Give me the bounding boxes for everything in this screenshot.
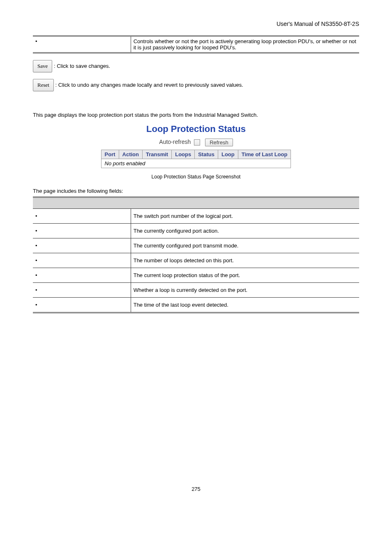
top-description: Controls whether or not the port is acti… — [131, 36, 359, 53]
bullet-icon: • — [35, 243, 41, 249]
table-row: • The number of loops detected on this p… — [33, 253, 359, 268]
auto-refresh-checkbox[interactable] — [194, 139, 200, 146]
field-desc: The time of the last loop event detected… — [131, 298, 359, 313]
bullet-icon: • — [35, 272, 41, 278]
field-desc: Whether a loop is currently detected on … — [131, 283, 359, 298]
col-port: Port — [101, 150, 119, 159]
refresh-button[interactable]: Refresh — [205, 139, 233, 146]
bullet-icon: • — [35, 213, 41, 219]
screenshot-caption: Loop Protection Status Page Screenshot — [33, 174, 359, 180]
auto-refresh-label: Auto-refresh — [159, 139, 191, 145]
reset-button[interactable]: Reset — [33, 79, 54, 91]
page-header: User's Manual of NS3550-8T-2S — [33, 21, 359, 27]
table-row: • The currently configured port action. — [33, 224, 359, 238]
field-desc: The currently configured port action. — [131, 224, 359, 238]
top-description-table: • Controls whether or not the port is ac… — [33, 35, 359, 53]
bullet-icon: • — [35, 38, 41, 44]
bullet-icon: • — [35, 287, 41, 293]
fields-table: • The switch port number of the logical … — [33, 197, 359, 313]
bullet-icon: • — [35, 302, 41, 308]
table-row: • The switch port number of the logical … — [33, 209, 359, 224]
col-status: Status — [195, 150, 218, 159]
table-row: • The currently configured port transmit… — [33, 238, 359, 253]
field-desc: The currently configured port transmit m… — [131, 238, 359, 253]
table-row: • The time of the last loop event detect… — [33, 298, 359, 313]
field-desc: The switch port number of the logical po… — [131, 209, 359, 224]
no-ports-row: No ports enabled — [101, 159, 291, 168]
bullet-icon: • — [35, 228, 41, 234]
screenshot-title: Loop Protection Status — [33, 124, 359, 134]
field-desc: The current loop protection status of th… — [131, 268, 359, 283]
page-number: 275 — [33, 486, 359, 492]
field-desc: The number of loops detected on this por… — [131, 253, 359, 268]
col-loops: Loops — [172, 150, 195, 159]
save-button[interactable]: Save — [33, 60, 52, 72]
save-description: : Click to save changes. — [54, 63, 110, 69]
col-loop: Loop — [218, 150, 238, 159]
table-row: • Whether a loop is currently detected o… — [33, 283, 359, 298]
intro-text: This page displays the loop protection p… — [33, 112, 359, 118]
bullet-icon: • — [35, 257, 41, 264]
col-action: Action — [119, 150, 142, 159]
fields-intro: The page includes the following fields: — [33, 188, 359, 194]
col-time: Time of Last Loop — [238, 150, 291, 159]
col-transmit: Transmit — [143, 150, 172, 159]
status-table: Port Action Transmit Loops Status Loop T… — [101, 150, 291, 168]
table-row: • The current loop protection status of … — [33, 268, 359, 283]
reset-description: : Click to undo any changes made locally… — [55, 82, 243, 88]
